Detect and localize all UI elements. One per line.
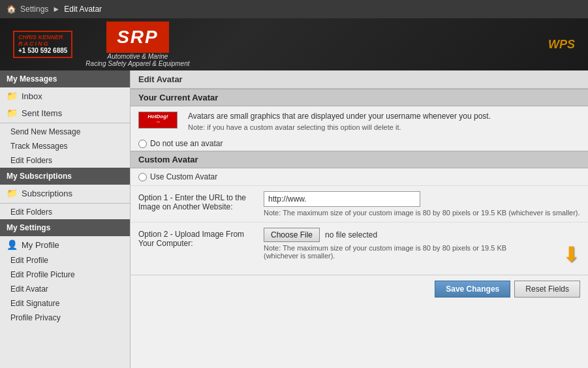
sidebar-divider-1	[0, 123, 130, 123]
sent-items-label: Sent Items	[22, 108, 62, 118]
page-title: Edit Avatar	[131, 70, 588, 89]
main-content: Edit Avatar Your Current Avatar HotDog!™…	[131, 70, 588, 368]
sidebar-item-edit-signature[interactable]: Edit Signature	[0, 296, 130, 311]
use-custom-label: Use Custom Avatar	[150, 172, 217, 181]
banner-kenner: Chris KENNER RACING +1 530 592 6885	[13, 31, 72, 59]
folder-icon: 📁	[7, 91, 18, 101]
top-nav: 🏠 Settings ► Edit Avatar	[0, 0, 588, 18]
avatar-preview-image: HotDog!™	[138, 112, 178, 129]
section-custom-avatar: Custom Avatar	[131, 151, 588, 168]
file-input-row: Choose File no file selected	[264, 228, 580, 242]
no-file-text: no file selected	[325, 230, 377, 239]
section-current-avatar: Your Current Avatar	[131, 89, 588, 106]
my-subscriptions-header: My Subscriptions	[0, 168, 130, 185]
wps-logo: WPS	[548, 38, 575, 52]
sidebar-item-my-profile[interactable]: 👤 My Profile	[0, 236, 130, 253]
my-messages-header: My Messages	[0, 70, 130, 87]
upload-note: Note: The maximum size of your custom im…	[264, 244, 536, 260]
kenner-phone: +1 530 592 6885	[18, 47, 67, 54]
current-page-label: Edit Avatar	[64, 5, 102, 14]
no-avatar-label: Do not use an avatar	[150, 139, 223, 148]
sidebar-item-subscriptions[interactable]: 📁 Subscriptions	[0, 185, 130, 202]
sidebar-item-sent[interactable]: 📁 Sent Items	[0, 104, 130, 121]
current-avatar-area: HotDog!™ Avatars are small graphics that…	[131, 106, 588, 136]
sidebar-item-edit-folders-msg[interactable]: Edit Folders	[0, 153, 130, 168]
nav-separator: ►	[52, 5, 60, 14]
my-profile-label: My Profile	[22, 240, 59, 250]
sidebar: My Messages 📁 Inbox 📁 Sent Items Send Ne…	[0, 70, 131, 368]
use-custom-radio[interactable]	[138, 173, 147, 181]
sidebar-item-profile-privacy[interactable]: Profile Privacy	[0, 311, 130, 325]
save-changes-button[interactable]: Save Changes	[435, 281, 510, 298]
inbox-label: Inbox	[22, 91, 42, 101]
option2-label: Option 2 - Upload Image From Your Comput…	[138, 228, 256, 248]
upload-form-row: Option 2 - Upload Image From Your Comput…	[131, 222, 588, 272]
sidebar-item-edit-folders-sub[interactable]: Edit Folders	[0, 205, 130, 219]
user-icon: 👤	[7, 239, 18, 250]
sidebar-item-edit-profile[interactable]: Edit Profile	[0, 253, 130, 268]
url-input[interactable]	[264, 191, 420, 207]
sidebar-item-inbox[interactable]: 📁 Inbox	[0, 87, 130, 104]
banner: Chris KENNER RACING +1 530 592 6885 SRP …	[0, 18, 588, 70]
avatar-description: Avatars are small graphics that are disp…	[188, 112, 580, 131]
url-note: Note: The maximum size of your custom im…	[264, 209, 580, 217]
choose-file-button[interactable]: Choose File	[264, 228, 320, 242]
url-form-row: Option 1 - Enter the URL to the Image on…	[131, 185, 588, 222]
folder-icon-sent: 📁	[7, 108, 18, 118]
use-custom-option[interactable]: Use Custom Avatar	[131, 168, 588, 185]
settings-link[interactable]: Settings	[20, 5, 48, 14]
srp-logo: SRP	[106, 22, 169, 53]
avatar-note: Note: if you have a custom avatar select…	[188, 123, 580, 131]
upload-field-container: Choose File no file selected Note: The m…	[264, 228, 580, 267]
my-settings-header: My Settings	[0, 219, 130, 236]
no-avatar-option[interactable]: Do not use an avatar	[131, 136, 588, 151]
sidebar-item-track-messages[interactable]: Track Messages	[0, 139, 130, 153]
option1-label: Option 1 - Enter the URL to the Image on…	[138, 191, 256, 211]
subscriptions-label: Subscriptions	[22, 189, 72, 198]
sidebar-item-edit-profile-picture[interactable]: Edit Profile Picture	[0, 268, 130, 282]
kenner-racing: RACING	[18, 41, 67, 48]
no-avatar-radio[interactable]	[138, 140, 147, 148]
srp-tagline: Automotive & Marine Racing Safety Appare…	[85, 53, 189, 67]
sidebar-item-edit-avatar[interactable]: Edit Avatar	[0, 282, 130, 296]
footer-buttons: Save Changes Reset Fields	[131, 275, 588, 303]
sidebar-divider-2	[0, 203, 130, 204]
reset-fields-button[interactable]: Reset Fields	[514, 281, 580, 298]
url-field-container: Note: The maximum size of your custom im…	[264, 191, 580, 217]
home-icon[interactable]: 🏠	[7, 5, 16, 14]
folder-icon-sub: 📁	[7, 188, 18, 198]
sidebar-item-send-message[interactable]: Send New Message	[0, 125, 130, 139]
arrow-indicator: ⬇	[563, 242, 580, 267]
